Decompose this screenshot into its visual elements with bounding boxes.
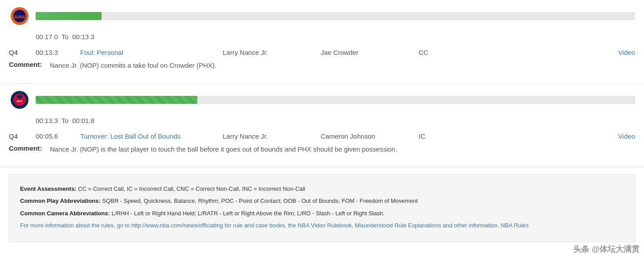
data-row-1: Q4 00:13.3 Foul: Personal Larry Nance Jr… [9, 45, 635, 59]
svg-point-10 [17, 95, 22, 99]
video-link-1[interactable]: Video [454, 49, 635, 56]
watermark: 头条 @体坛大满贯 [573, 244, 640, 249]
comment-row-1: Comment: Nance Jr. (NOP) commits a take … [9, 59, 635, 76]
to-label-2: To [61, 117, 69, 124]
comment-label-1: Comment: [9, 61, 45, 68]
common-camera-line: Common Camera Abbreviations: L/RHH - Lef… [20, 208, 624, 218]
data-row-2: Q4 00:05.6 Turnover: Lost Ball Out of Bo… [9, 129, 635, 143]
event-assessments-text: CC = Correct Call, IC = Incorrect Call, … [78, 185, 305, 192]
footer-box: Event Assessments: CC = Correct Call, IC… [9, 174, 635, 242]
time-to-1: 00:13.3 [72, 33, 94, 41]
quarter-1: Q4 [9, 49, 36, 56]
common-play-text: SQBR - Speed, Quickness, Balance, Rhythm… [102, 197, 418, 204]
time-from-1: 00:17.0 [36, 33, 58, 41]
video-link-2[interactable]: Video [454, 132, 635, 140]
time-row-2: 00:13.3 To 00:01.8 [9, 114, 635, 129]
event-time-2: 00:05.6 [36, 132, 80, 140]
event-assessments-line: Event Assessments: CC = Correct Call, IC… [20, 184, 624, 194]
common-play-label: Common Play Abbreviations: [20, 197, 101, 204]
comment-row-2: Comment: Nance Jr. (NOP) is the last pla… [9, 143, 635, 160]
common-camera-text: L/RHH - Left or Right Hand Held; L/RATR … [111, 210, 384, 217]
event-2: Turnover: Lost Ball Out of Bounds [80, 132, 223, 140]
nba-rules-link[interactable]: NBA Rules [501, 222, 529, 229]
progress-bar-2 [36, 96, 197, 104]
player1-1: Larry Nance Jr. [223, 49, 321, 56]
event-1: Foul: Personal [80, 49, 223, 56]
comment-text-2: Nance Jr. (NOP) is the last player to to… [50, 144, 397, 155]
event-time-1: 00:13.3 [36, 49, 80, 56]
comment-text-1: Nance Jr. (NOP) commits a take foul on C… [50, 61, 216, 71]
quarter-2: Q4 [9, 132, 36, 140]
more-info-line: For more information about the rules, go… [20, 220, 624, 230]
comment-label-2: Comment: [9, 144, 45, 152]
svg-text:SUNS: SUNS [14, 15, 25, 19]
call-2: IC [419, 132, 454, 140]
player1-2: Larry Nance Jr. [223, 132, 321, 140]
time-to-2: 00:01.8 [72, 117, 94, 124]
time-row-1: 00:17.0 To 00:13.3 [9, 30, 635, 45]
player2-1: Jae Crowder [321, 49, 419, 56]
player2-2: Cameron Johnson [321, 132, 419, 140]
video-anchor-1[interactable]: Video [618, 49, 635, 56]
common-camera-label: Common Camera Abbreviations: [20, 210, 110, 217]
svg-text:NOP: NOP [16, 100, 22, 103]
event-assessments-label: Event Assessments: [20, 185, 77, 192]
call-1: CC [419, 49, 454, 56]
row-1: SUNS 00:17.0 To 00:13.3 Q4 00:13.3 Foul:… [0, 0, 644, 84]
progress-bar-container-1 [36, 12, 635, 20]
progress-row-1: SUNS [9, 0, 635, 30]
to-label-1: To [61, 33, 69, 41]
progress-bar-1 [36, 12, 102, 20]
time-from-2: 00:13.3 [36, 117, 58, 124]
row-2: NOP 00:13.3 To 00:01.8 Q4 00:05.6 Turnov… [0, 84, 644, 168]
suns-logo: SUNS [9, 5, 30, 27]
more-info-text[interactable]: For more information about the rules, go… [20, 222, 499, 229]
progress-bar-container-2 [36, 96, 635, 104]
common-play-line: Common Play Abbreviations: SQBR - Speed,… [20, 196, 624, 206]
video-anchor-2[interactable]: Video [618, 132, 635, 140]
pelicans-logo: NOP [9, 89, 30, 111]
progress-row-2: NOP [9, 84, 635, 114]
